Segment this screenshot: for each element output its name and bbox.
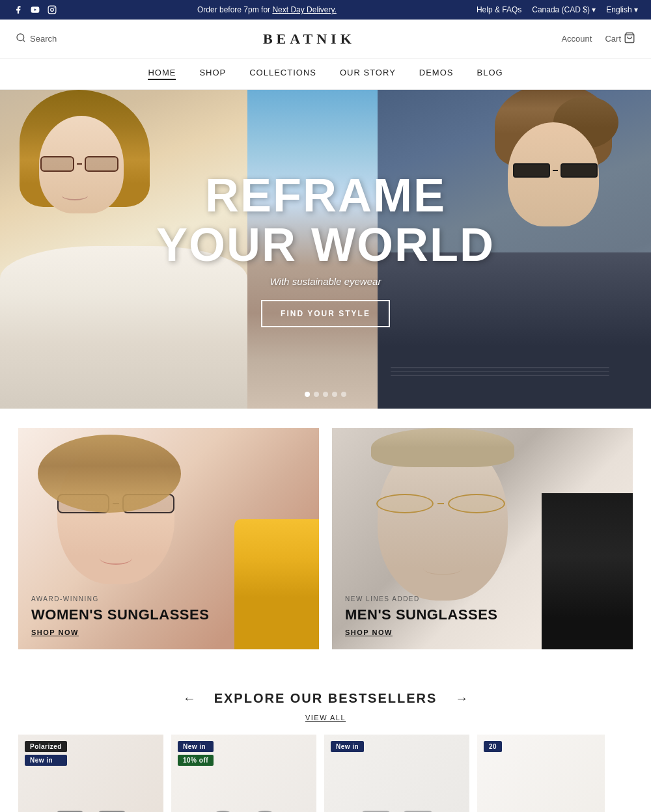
product-2-badges: New in 10% off [178, 741, 214, 766]
mens-category-info: NEW LINES ADDED MEN'S SUNGLASSES SHOP NO… [332, 582, 511, 649]
nav-home[interactable]: HOME [148, 68, 176, 80]
svg-point-4 [17, 34, 24, 41]
next-arrow-button[interactable]: → [450, 688, 473, 709]
products-row: Polarized New in New in 10% off [18, 735, 633, 812]
top-bar: Order before 7pm for Next Day Delivery. … [0, 0, 651, 20]
product-image-2: New in 10% off [171, 735, 316, 812]
new-in-badge-3: New in [331, 741, 364, 752]
nav-shop[interactable]: SHOP [199, 68, 226, 80]
next-day-delivery-link[interactable]: Next Day Delivery. [272, 5, 336, 14]
product-3-badges: New in [331, 741, 364, 752]
womens-category-info: AWARD-WINNING WOMEN'S SUNGLASSES SHOP NO… [18, 582, 222, 649]
slider-dot-5[interactable] [341, 392, 346, 397]
category-section: AWARD-WINNING WOMEN'S SUNGLASSES SHOP NO… [0, 409, 651, 669]
currency-selector[interactable]: Canada (CAD $) ▾ [532, 5, 596, 14]
mens-shop-now-link[interactable]: SHOP NOW [345, 629, 498, 636]
mens-category-card[interactable]: NEW LINES ADDED MEN'S SUNGLASSES SHOP NO… [332, 428, 633, 649]
prev-arrow-button[interactable]: ← [178, 688, 201, 709]
product-1-badges: Polarized New in [25, 741, 67, 766]
search-label: Search [30, 34, 57, 44]
nav-our-story[interactable]: OUR STORY [340, 68, 396, 80]
new-in-badge-1: New in [25, 755, 67, 766]
product-image-3: New in [324, 735, 469, 812]
svg-point-2 [51, 8, 54, 12]
svg-point-3 [54, 7, 55, 8]
account-link[interactable]: Account [561, 34, 592, 44]
youtube-icon[interactable] [30, 5, 40, 15]
search-icon [16, 33, 26, 45]
slider-dot-1[interactable] [305, 392, 310, 397]
announcement-bar: Order before 7pm for Next Day Delivery. [57, 5, 477, 14]
overflow-image [234, 519, 319, 649]
cart-button[interactable]: Cart [605, 32, 635, 46]
polarized-badge: Polarized [25, 741, 67, 752]
new-in-badge-2: New in [178, 741, 214, 752]
search-button[interactable]: Search [16, 33, 57, 45]
announcement-text: Order before 7pm for [197, 5, 272, 14]
nav-demos[interactable]: DEMOS [419, 68, 454, 80]
help-faqs-link[interactable]: Help & FAQs [477, 5, 521, 14]
language-selector[interactable]: English ▾ [606, 5, 638, 14]
slider-dot-4[interactable] [332, 392, 337, 397]
mens-category-title: MEN'S SUNGLASSES [345, 606, 498, 623]
partial-badge: 20 [484, 741, 502, 752]
womens-category-title: WOMEN'S SUNGLASSES [31, 606, 209, 623]
product-4-badges: 20 [484, 741, 502, 752]
svg-line-5 [23, 40, 25, 42]
hero-text-overlay: REFRAME YOUR WORLD With sustainable eyew… [156, 171, 495, 327]
chevron-down-icon: ▾ [634, 5, 638, 14]
womens-category-card[interactable]: AWARD-WINNING WOMEN'S SUNGLASSES SHOP NO… [18, 428, 319, 649]
social-links [13, 5, 57, 15]
product-card-4[interactable]: 20 [477, 735, 613, 812]
instagram-icon[interactable] [47, 5, 57, 15]
product-card-2[interactable]: New in 10% off [171, 735, 324, 812]
womens-category-tag: AWARD-WINNING [31, 595, 209, 602]
slider-dot-3[interactable] [323, 392, 328, 397]
product-image-4: 20 [477, 735, 605, 812]
site-header: Search BEATNIK Account Cart [0, 20, 651, 59]
hero-section: REFRAME YOUR WORLD With sustainable eyew… [0, 90, 651, 409]
nav-blog[interactable]: BLOG [477, 68, 503, 80]
product-card-3[interactable]: New in [324, 735, 477, 812]
cart-icon-svg [624, 32, 635, 46]
main-navigation: HOME SHOP COLLECTIONS OUR STORY DEMOS BL… [0, 59, 651, 90]
product-card-1[interactable]: Polarized New in [18, 735, 171, 812]
cart-label: Cart [605, 34, 621, 44]
facebook-icon[interactable] [13, 5, 23, 15]
slider-dot-2[interactable] [314, 392, 319, 397]
view-all-link[interactable]: VIEW ALL [18, 714, 633, 722]
hero-heading: REFRAME YOUR WORLD [156, 171, 495, 269]
womens-shop-now-link[interactable]: SHOP NOW [31, 629, 209, 636]
top-bar-right: Help & FAQs Canada (CAD $) ▾ English ▾ [477, 5, 638, 14]
site-logo[interactable]: BEATNIK [263, 31, 355, 47]
chevron-down-icon: ▾ [592, 5, 596, 14]
nav-collections[interactable]: COLLECTIONS [249, 68, 316, 80]
hero-subheading: With sustainable eyewear [156, 276, 495, 287]
discount-badge: 10% off [178, 755, 214, 766]
header-actions: Account Cart [561, 32, 635, 46]
overflow-dark-image [542, 493, 633, 649]
hero-slider-dots [305, 392, 346, 397]
product-image-1: Polarized New in [18, 735, 163, 812]
hero-cta-button[interactable]: FIND YOUR STYLE [261, 300, 390, 327]
bestsellers-section: ← EXPLORE OUR BESTSELLERS → VIEW ALL Pol… [0, 669, 651, 812]
svg-rect-1 [48, 6, 56, 14]
bestsellers-title: EXPLORE OUR BESTSELLERS [214, 691, 437, 706]
mens-category-tag: NEW LINES ADDED [345, 595, 498, 602]
bestsellers-header: ← EXPLORE OUR BESTSELLERS → [18, 688, 633, 709]
